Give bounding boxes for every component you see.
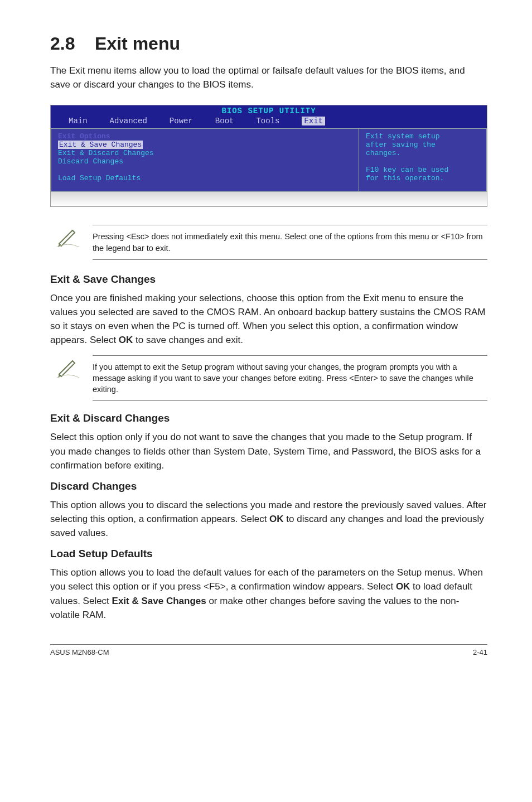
bios-help-line: changes. [366,149,480,157]
bios-help-line: for this operaton. [366,174,480,182]
section-heading: 2.8 Exit menu [50,33,487,54]
bios-help-line: after saving the [366,141,480,149]
bios-tab: Boot [215,117,234,125]
para-exit-save: Once you are finished making your select… [50,291,487,347]
subheading-exit-save: Exit & Save Changes [50,273,487,286]
subheading-discard: Discard Changes [50,480,487,492]
bios-menu-item: Exit & Discard Changes [58,149,352,157]
bios-left-pane: Exit Options Exit & Save ChangesExit & D… [51,128,359,192]
text-run: to save changes and exit. [133,335,243,345]
bios-help-line: Exit system setup [366,132,480,141]
para-exit-discard: Select this option only if you do not wa… [50,430,487,472]
page-footer: ASUS M2N68-CM 2-41 [50,644,487,656]
bios-menu-item [58,166,352,174]
note-text: Pressing <Esc> does not immediately exit… [93,225,487,260]
bios-tab: Tools [256,117,279,125]
note-row: Pressing <Esc> does not immediately exit… [56,225,487,260]
bios-title-bar: BIOS SETUP UTILITY MainAdvancedPowerBoot… [51,105,487,128]
para-load-defaults: This option allows you to load the defau… [50,566,487,622]
lead-paragraph: The Exit menu items allow you to load th… [50,64,487,91]
subheading-load-defaults: Load Setup Defaults [50,548,487,560]
bios-shadow [51,192,487,206]
bios-tab: Exit [302,117,325,125]
subheading-exit-discard: Exit & Discard Changes [50,412,487,424]
bios-tab: Power [170,117,193,125]
bios-menu-item: Load Setup Defaults [58,174,352,182]
bios-tab: Main [69,117,88,125]
bios-menu-item: Discard Changes [58,157,352,166]
bios-tab-row: MainAdvancedPowerBootToolsExit [51,117,487,125]
bold-ok: OK [119,335,133,345]
exit-options-heading: Exit Options [58,132,352,141]
section-title: Exit menu [95,33,180,54]
bios-body: Exit Options Exit & Save ChangesExit & D… [51,128,487,192]
text-run: Once you are finished making your select… [50,293,486,345]
bios-help-line [366,157,480,166]
pencil-note-icon [56,225,80,247]
bios-right-pane: Exit system setupafter saving thechanges… [359,128,487,192]
section-number: 2.8 [50,33,75,54]
bios-tab: Advanced [110,117,147,125]
para-discard: This option allows you to discard the se… [50,498,487,540]
footer-page-number: 2-41 [473,648,487,656]
bold-exit-save: Exit & Save Changes [112,596,206,606]
bios-window-title: BIOS SETUP UTILITY [51,107,487,115]
note-text: If you attempt to exit the Setup program… [93,355,487,402]
footer-product: ASUS M2N68-CM [50,648,109,656]
pencil-note-icon [56,355,80,378]
bios-menu-item: Exit & Save Changes [58,141,352,149]
note-row: If you attempt to exit the Setup program… [56,355,487,402]
bios-screenshot: BIOS SETUP UTILITY MainAdvancedPowerBoot… [50,105,487,207]
bold-ok: OK [396,581,410,592]
bios-help-line: F10 key can be used [366,166,480,174]
bold-ok: OK [269,514,284,524]
